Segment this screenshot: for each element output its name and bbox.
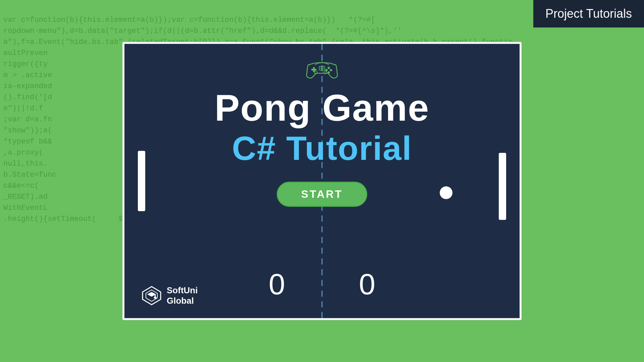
softuni-text: SoftUni Global [167, 285, 198, 306]
score-right: 0 [359, 267, 375, 301]
gamepad-icon [305, 57, 339, 81]
controller-area [305, 57, 339, 82]
score-left: 0 [269, 267, 285, 301]
svg-point-2 [328, 67, 330, 69]
svg-point-16 [154, 297, 157, 299]
badge-label: Project Tutorials [545, 7, 632, 20]
softuni-logo: SoftUni Global [141, 285, 198, 306]
svg-rect-6 [319, 66, 325, 70]
svg-point-3 [330, 69, 332, 71]
softuni-icon [141, 285, 162, 306]
svg-rect-1 [311, 69, 316, 70]
project-tutorials-badge: Project Tutorials [533, 0, 644, 27]
game-card: Pong Game C# Tutorial START 0 0 SoftUni … [122, 42, 522, 320]
game-title: Pong Game [215, 89, 429, 127]
svg-point-4 [328, 71, 330, 74]
score-area: 0 0 [269, 267, 375, 301]
start-button[interactable]: START [277, 182, 367, 207]
game-subtitle: C# Tutorial [232, 131, 412, 165]
